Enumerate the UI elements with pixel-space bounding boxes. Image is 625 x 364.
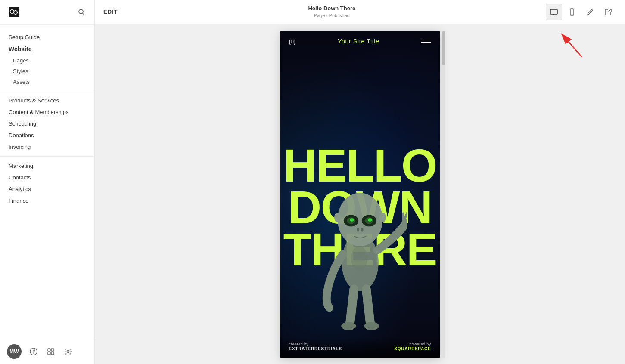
avatar[interactable]: MW [7,344,22,359]
sidebar-item-styles[interactable]: Styles [0,66,94,77]
preview-area: {0} Your Site Title HELLODOWNTHERE [95,24,625,364]
arrow-annotation [556,28,591,65]
sidebar-item-finance[interactable]: Finance [0,195,94,207]
svg-point-26 [379,213,386,222]
svg-line-28 [562,34,582,57]
svg-rect-5 [48,352,50,355]
sidebar-item-assets[interactable]: Assets [0,77,94,87]
sidebar-item-invoicing[interactable]: Invoicing [0,141,94,153]
page-subtitle: Page · Published [308,12,355,19]
svg-point-10 [572,14,572,15]
preview-scrollbar[interactable] [442,31,445,358]
phone-frame-wrapper: {0} Your Site Title HELLODOWNTHERE [280,31,440,358]
footer-creator-name: EXTRATERRESTRIALS [289,346,342,351]
page-title: Hello Down There [308,5,355,12]
hamburger-menu[interactable] [421,40,431,43]
sidebar: Setup Guide Website Pages Styles Assets … [0,0,95,364]
sidebar-item-products-services[interactable]: Products & Services [0,95,94,106]
footer-creator-section: created by EXTRATERRESTRIALS [289,342,342,351]
topbar-actions [546,4,616,20]
svg-rect-4 [51,349,54,351]
page-info: Hello Down There Page · Published [308,5,355,19]
pen-tool-button[interactable] [582,4,598,20]
svg-point-19 [357,228,359,232]
sidebar-item-content-memberships[interactable]: Content & Memberships [0,106,94,118]
nav-section-main: Setup Guide Website Pages Styles Assets [0,31,94,87]
nav-divider-1 [0,91,94,91]
sidebar-navigation: Setup Guide Website Pages Styles Assets … [0,25,94,339]
desktop-view-button[interactable] [546,4,562,20]
mobile-view-button[interactable] [564,4,580,20]
sidebar-header [0,0,94,25]
grid-icon[interactable] [46,346,56,357]
search-button[interactable] [75,6,87,18]
site-footer: created by EXTRATERRESTRIALS powered by … [280,337,440,358]
sidebar-footer: MW [0,339,94,364]
main-content: EDIT Hello Down There Page · Published [95,0,625,364]
footer-platform-section: powered by SQUARESPACE [394,342,431,351]
help-icon[interactable] [28,346,39,357]
site-preview: {0} Your Site Title HELLODOWNTHERE [280,31,440,358]
svg-point-20 [361,228,363,232]
svg-point-24 [351,246,367,271]
site-logo: {0} [289,38,296,45]
sidebar-item-donations[interactable]: Donations [0,130,94,141]
alien-figure [313,160,407,332]
external-link-button[interactable] [600,4,616,20]
sidebar-item-scheduling[interactable]: Scheduling [0,118,94,130]
site-title-text: Your Site Title [338,38,379,45]
svg-point-7 [67,351,69,353]
sidebar-item-analytics[interactable]: Analytics [0,183,94,195]
svg-point-23 [364,322,379,330]
svg-rect-6 [51,352,54,355]
nav-section-commerce: Products & Services Content & Membership… [0,95,94,153]
setup-guide-link[interactable]: Setup Guide [0,31,94,43]
nav-divider-2 [0,156,94,157]
nav-section-marketing: Marketing Contacts Analytics Finance [0,160,94,207]
footer-created-by-label: created by [289,342,342,346]
svg-point-22 [341,322,356,330]
phone-frame: {0} Your Site Title HELLODOWNTHERE [280,31,440,358]
website-link[interactable]: Website [0,43,94,55]
edit-label: EDIT [103,9,118,15]
sidebar-item-marketing[interactable]: Marketing [0,160,94,172]
settings-icon[interactable] [63,346,73,357]
svg-point-18 [368,218,372,222]
bottom-icons [28,346,73,357]
sidebar-item-contacts[interactable]: Contacts [0,172,94,183]
squarespace-logo[interactable] [7,5,21,19]
svg-point-25 [334,213,341,222]
svg-rect-8 [550,9,557,14]
footer-powered-by-label: powered by [394,342,431,346]
scrollbar-thumb[interactable] [442,31,445,65]
footer-platform-name: SQUARESPACE [394,346,431,351]
svg-rect-3 [48,349,50,351]
svg-point-17 [350,218,354,222]
sidebar-item-pages[interactable]: Pages [0,55,94,66]
site-navbar: {0} Your Site Title [280,31,440,52]
topbar: EDIT Hello Down There Page · Published [95,0,625,24]
